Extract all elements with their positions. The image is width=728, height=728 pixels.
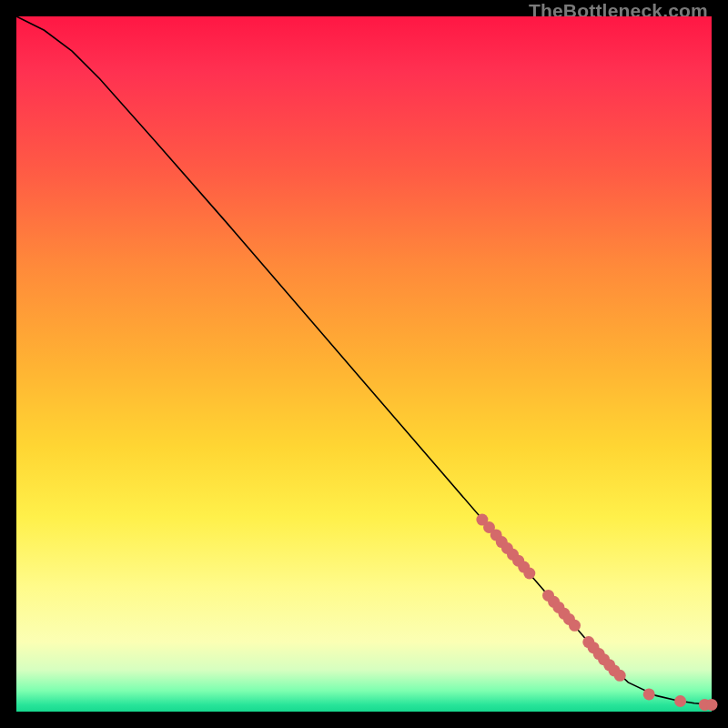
chart-frame: TheBottleneck.com — [0, 0, 728, 728]
data-point — [569, 620, 581, 632]
data-point — [706, 699, 718, 711]
curve-line — [16, 16, 712, 704]
chart-svg — [16, 16, 712, 712]
data-point — [614, 670, 626, 682]
plot-area — [16, 16, 712, 712]
data-point — [523, 568, 535, 580]
data-point — [643, 688, 655, 700]
data-points-group — [476, 514, 717, 711]
data-point — [674, 695, 686, 707]
